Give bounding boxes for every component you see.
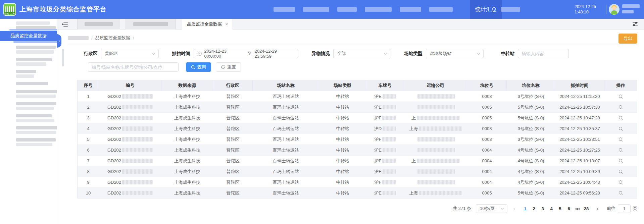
redacted-text xyxy=(417,105,455,109)
cell-data-source: 上海成生科技 xyxy=(161,166,213,177)
transfer-station-input[interactable] xyxy=(518,49,569,58)
view-detail-icon[interactable] xyxy=(618,159,623,163)
sidebar-item-redacted[interactable] xyxy=(16,95,56,98)
nav-item-redacted[interactable] xyxy=(365,7,392,12)
redacted-text xyxy=(382,159,396,163)
sidebar-item-redacted[interactable] xyxy=(16,119,54,122)
column-header: 序号 xyxy=(78,80,99,91)
cell-station-name: 百玛士转运站 xyxy=(253,166,319,177)
tab-quality-monitor-full-data[interactable]: 品质监控全量数据 × xyxy=(182,19,233,30)
layout-settings-sliders-icon[interactable] xyxy=(632,21,638,27)
redacted-text xyxy=(417,137,455,142)
view-detail-icon[interactable] xyxy=(618,126,623,131)
cell-pit-number: 0003 xyxy=(467,134,507,145)
breadcrumb-separator: / xyxy=(133,36,134,41)
sidebar-item-redacted[interactable] xyxy=(16,107,54,110)
station-type-select[interactable]: 湿垃圾场站 xyxy=(426,49,484,58)
sidebar-item-redacted[interactable] xyxy=(16,58,52,61)
nav-item-redacted[interactable] xyxy=(501,7,520,12)
top-header: 绿色上海 上海市垃圾分类综合监管平台 统计汇总 2024-12-25 1:48:… xyxy=(0,0,644,19)
sidebar-item-redacted[interactable] xyxy=(16,90,58,93)
cell-index: 5 xyxy=(78,134,99,145)
nav-item-redacted[interactable] xyxy=(274,7,295,12)
sidebar-item-redacted[interactable] xyxy=(16,70,36,73)
search-button[interactable]: 查询 xyxy=(186,62,211,72)
pagination-more[interactable]: ••• xyxy=(573,204,582,213)
sidebar-item-redacted[interactable] xyxy=(16,126,58,129)
scrollbar-thumb[interactable] xyxy=(62,49,64,66)
breadcrumb-item-redacted[interactable] xyxy=(68,36,89,40)
cell-plate: 沪F xyxy=(366,134,404,145)
sidebar-item-redacted[interactable] xyxy=(16,143,52,146)
cell-actions xyxy=(604,91,637,102)
tab-redacted[interactable] xyxy=(77,19,120,30)
username-redacted[interactable] xyxy=(622,4,640,13)
export-button[interactable]: 导出 xyxy=(618,34,637,44)
pagination-page-28[interactable]: 28 xyxy=(582,204,591,213)
cell-district: 普陀区 xyxy=(213,102,253,112)
pagination-page-6[interactable]: 6 xyxy=(564,204,573,213)
sidebar-item-redacted[interactable] xyxy=(16,131,56,134)
redacted-text xyxy=(122,148,153,152)
sidebar: 品质监控全量数据 xyxy=(0,19,57,224)
goto-page-input[interactable] xyxy=(618,204,631,213)
district-select[interactable]: 普陀区 xyxy=(101,49,159,58)
sidebar-item-redacted[interactable] xyxy=(16,102,56,105)
clock-icon xyxy=(197,51,202,56)
cell-pit-number: 0004 xyxy=(467,156,507,166)
sidebar-item-quality-monitor-full-data[interactable]: 品质监控全量数据 xyxy=(0,31,57,41)
sidebar-item-redacted[interactable] xyxy=(16,46,56,49)
header-time: 1:48:10 xyxy=(575,9,603,15)
view-detail-icon[interactable] xyxy=(618,137,623,142)
nav-item-redacted[interactable] xyxy=(400,7,421,12)
district-value: 普陀区 xyxy=(105,51,118,57)
capture-time-label: 抓拍时间 xyxy=(172,51,190,57)
nav-item-redacted[interactable] xyxy=(429,7,453,12)
sidebar-item-redacted[interactable] xyxy=(16,21,50,25)
capture-time-range-picker[interactable]: 2024-12-23 00:00:00 至 2024-12-29 23:59:5… xyxy=(194,49,298,58)
pagination-page-3[interactable]: 3 xyxy=(538,204,547,213)
sidebar-item-redacted[interactable] xyxy=(16,50,54,54)
view-detail-icon[interactable] xyxy=(618,169,623,174)
pagination-page-4[interactable]: 4 xyxy=(547,204,556,213)
sidebar-item-redacted[interactable] xyxy=(16,62,46,66)
page-size-select[interactable]: 10条/页 xyxy=(476,204,507,213)
redacted-text xyxy=(122,180,153,184)
sidebar-item-redacted[interactable] xyxy=(16,138,56,142)
page-size-value: 10条/页 xyxy=(480,206,495,212)
sidebar-item-redacted[interactable] xyxy=(16,74,34,78)
foreign-object-select[interactable]: 全部 xyxy=(333,49,391,58)
view-detail-icon[interactable] xyxy=(618,191,623,195)
sidebar-collapse-handle[interactable]: ‹ xyxy=(57,34,61,48)
pagination-next-icon[interactable]: › xyxy=(593,204,601,213)
breadcrumb-current: 品质监控全量数据 xyxy=(95,35,130,41)
transfer-station-label: 中转站 xyxy=(501,51,515,57)
cell-code: GD202 xyxy=(99,123,161,134)
tab-close-icon[interactable]: × xyxy=(225,22,228,26)
pagination-page-2[interactable]: 2 xyxy=(530,204,538,213)
view-detail-icon[interactable] xyxy=(618,148,623,153)
view-detail-icon[interactable] xyxy=(618,94,623,99)
view-detail-icon[interactable] xyxy=(618,180,623,185)
avatar[interactable] xyxy=(609,4,620,15)
nav-item-redacted[interactable] xyxy=(303,7,329,12)
pagination-prev-icon[interactable]: ‹ xyxy=(510,204,518,213)
pagination-page-5[interactable]: 5 xyxy=(556,204,564,213)
redacted-text xyxy=(417,116,460,120)
sidebar-item-redacted[interactable] xyxy=(16,114,52,117)
pagination-page-1[interactable]: 1 xyxy=(521,204,530,213)
table-body: 1GD202上海成生科技普陀区百玛士转运站中转站沪E00033号坑位 (S-0)… xyxy=(78,91,637,198)
sidebar-item-redacted[interactable] xyxy=(16,82,48,85)
reset-button[interactable]: 重置 xyxy=(216,62,241,72)
cell-capture-time: 2024-12-25 11:15:20 xyxy=(555,91,604,102)
nav-item-statistics[interactable]: 统计汇总 xyxy=(470,0,502,19)
view-detail-icon[interactable] xyxy=(618,116,623,120)
tab-redacted[interactable] xyxy=(126,19,176,30)
view-detail-icon[interactable] xyxy=(618,105,623,110)
collapse-menu-icon[interactable] xyxy=(62,22,68,26)
cell-plate: 沪F xyxy=(366,113,404,123)
nav-item-redacted[interactable] xyxy=(337,7,357,12)
keyword-search-input[interactable] xyxy=(88,62,179,72)
cell-actions xyxy=(604,102,637,112)
cell-pit-name: 5号坑位 (S-0) xyxy=(507,188,555,198)
